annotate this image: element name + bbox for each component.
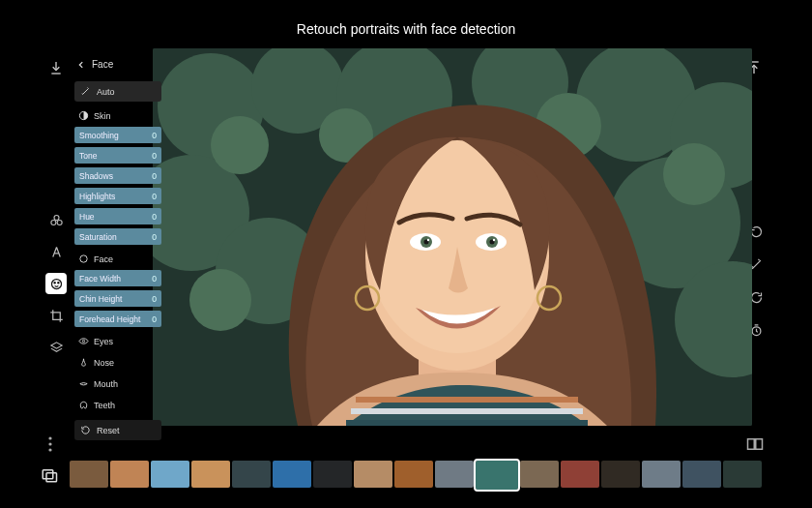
svg-rect-48 [46,473,57,482]
more-icon[interactable] [48,436,52,454]
wand-icon [80,86,91,97]
thumbnail[interactable] [642,461,681,488]
svg-point-9 [48,448,51,451]
slider-chin-height[interactable]: Chin Height0 [74,290,161,307]
thumbnail-strip [39,458,773,493]
slider-tone[interactable]: Tone0 [74,147,161,164]
svg-rect-34 [346,420,588,426]
thumbnail[interactable] [601,461,640,488]
svg-point-5 [57,282,58,283]
teeth-icon [78,400,89,410]
thumbnail[interactable] [435,461,474,488]
thumbnail[interactable] [151,461,189,488]
slider-hue[interactable]: Hue0 [74,208,161,224]
gallery-icon[interactable] [39,464,60,486]
left-tool-rail [44,209,68,358]
slider-face-width[interactable]: Face Width0 [74,270,161,286]
svg-rect-33 [351,408,583,414]
thumbnail[interactable] [70,461,108,488]
download-icon[interactable] [48,60,66,77]
thumbnail[interactable] [232,461,271,488]
thumbnail[interactable] [354,461,392,488]
svg-rect-10 [748,439,755,450]
svg-point-1 [50,220,55,224]
reset-label: Reset [97,426,120,435]
section-skin-label: Skin [94,111,111,121]
thumbnail[interactable] [394,461,433,488]
nose-icon [78,357,89,368]
svg-point-0 [54,215,59,220]
svg-point-4 [54,282,55,283]
svg-point-7 [48,436,51,439]
text-icon[interactable] [45,241,67,262]
thumbnail[interactable] [110,461,149,488]
thumbnail[interactable] [273,461,311,488]
section-teeth-label: Teeth [94,401,115,410]
slider-smoothing[interactable]: Smoothing0 [74,127,161,143]
section-nose-label: Nose [94,358,114,368]
svg-rect-11 [756,439,763,450]
svg-rect-32 [356,397,578,403]
slider-saturation[interactable]: Saturation0 [74,228,161,245]
slider-shadows[interactable]: Shadows0 [74,167,161,184]
auto-label: Auto [97,87,115,97]
section-eyes-label: Eyes [94,337,113,346]
thumbnail[interactable] [476,461,518,490]
svg-point-26 [211,116,269,174]
section-eyes[interactable]: Eyes [74,334,161,348]
adjust-icon[interactable] [45,209,67,230]
crop-icon[interactable] [45,305,67,326]
panel-title: Face [92,59,113,70]
section-skin[interactable]: Skin [74,108,161,123]
thumbnail[interactable] [313,461,352,488]
svg-rect-47 [43,470,53,479]
thumbnail[interactable] [561,461,599,488]
auto-button[interactable]: Auto [74,81,161,102]
slider-forehead-height[interactable]: Forehead Height0 [74,311,161,327]
reset-button[interactable]: Reset [74,420,161,440]
panel-back[interactable]: Face [74,53,161,77]
section-mouth-label: Mouth [94,379,118,389]
page-title: Retouch portraits with face detection [0,21,812,37]
face-tool-icon[interactable] [45,273,67,294]
layers-icon[interactable] [45,337,67,358]
section-teeth[interactable]: Teeth [74,398,161,412]
svg-point-29 [663,143,725,205]
image-canvas[interactable] [153,48,752,426]
thumbnail[interactable] [723,461,762,488]
reset-icon [80,425,91,435]
mouth-icon [78,378,89,389]
svg-point-30 [189,269,251,331]
svg-point-44 [493,239,495,241]
svg-point-13 [80,255,87,262]
section-face-label: Face [94,254,113,264]
face-icon [78,254,89,264]
slider-highlights[interactable]: Highlights0 [74,188,161,204]
retouch-panel: Face Auto Skin Smoothing0 Tone0 Shadows0… [74,53,161,440]
svg-point-43 [427,239,429,241]
thumbnail[interactable] [682,461,721,488]
compare-icon[interactable] [746,436,764,454]
thumbnail[interactable] [191,461,230,488]
svg-point-14 [82,340,84,342]
svg-point-8 [48,442,51,445]
svg-point-3 [51,279,61,288]
eye-icon [78,336,89,346]
section-face[interactable]: Face [74,252,161,266]
section-mouth[interactable]: Mouth [74,376,161,391]
thumbnail[interactable] [520,461,559,488]
contrast-icon [78,110,89,121]
svg-point-2 [57,220,62,224]
section-nose[interactable]: Nose [74,355,161,370]
